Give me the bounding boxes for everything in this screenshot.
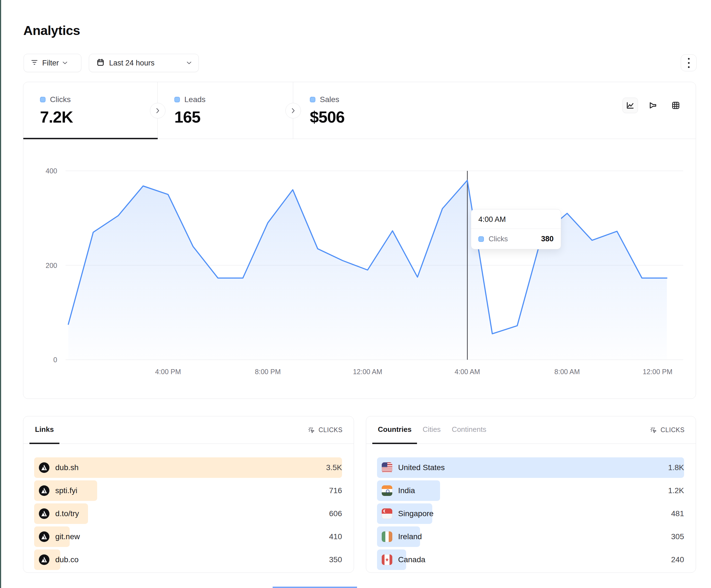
chevron-down-icon [187, 61, 191, 65]
us-flag-icon [382, 462, 392, 473]
countries-panel: Countries Cities Continents CLICKS Unite… [366, 416, 696, 573]
tab-clicks[interactable]: Clicks 7.2K [23, 82, 158, 139]
dub-logo-icon [39, 555, 49, 565]
cursor-click-icon [308, 426, 315, 434]
metric-label: CLICKS [319, 426, 343, 434]
page-title: Analytics [23, 23, 80, 38]
row-value: 481 [671, 509, 684, 518]
row-label: spti.fyi [55, 486, 77, 495]
row-label: d.to/try [55, 509, 79, 518]
list-item[interactable]: United States1.8K [377, 457, 684, 478]
links-panel-header: Links CLICKS [23, 416, 354, 444]
date-range-label: Last 24 hours [109, 59, 155, 67]
filter-icon [30, 59, 38, 67]
chevron-right-icon [156, 108, 159, 113]
x-tick-label: 8:00 AM [555, 368, 580, 376]
tab-label: Countries [378, 425, 411, 434]
list-item[interactable]: dub.sh3.5K [34, 457, 342, 478]
row-label: git.new [55, 532, 80, 541]
list-item[interactable]: Canada240 [377, 549, 684, 570]
links-metric-selector[interactable]: CLICKS [308, 416, 343, 444]
stat-value: 7.2K [40, 108, 157, 126]
line-chart-icon [626, 101, 635, 110]
links-panel: Links CLICKS dub.sh3.5Kspti.fyi716d.to/t… [23, 416, 354, 573]
tab-continents[interactable]: Continents [446, 416, 492, 444]
stat-label: Sales [320, 95, 339, 104]
metric-label: CLICKS [661, 426, 685, 434]
stats-tabs-row: Clicks 7.2K Leads 165 Sales $506 [23, 82, 696, 139]
row-label: India [398, 486, 415, 495]
countries-list: United States1.8KIndia1.2KSingapore481Ir… [366, 444, 696, 570]
row-value: 716 [329, 486, 342, 495]
list-item[interactable]: spti.fyi716 [34, 480, 342, 501]
tab-cities[interactable]: Cities [417, 416, 446, 444]
countries-metric-selector[interactable]: CLICKS [650, 416, 685, 444]
list-item[interactable]: Singapore481 [377, 503, 684, 524]
tab-links[interactable]: Links [29, 416, 59, 444]
row-value: 305 [671, 532, 684, 541]
date-range-button[interactable]: Last 24 hours [89, 54, 199, 72]
filter-button-label: Filter [42, 59, 59, 67]
chevron-right-icon [292, 108, 295, 113]
row-value: 606 [329, 509, 342, 518]
stat-value: 165 [174, 108, 293, 126]
row-value: 240 [671, 555, 684, 564]
row-label: United States [398, 463, 445, 472]
analytics-card: Clicks 7.2K Leads 165 Sales $506 [23, 82, 696, 399]
calendar-icon [96, 58, 105, 68]
tab-leads[interactable]: Leads 165 [158, 82, 293, 139]
expand-clicks-button[interactable] [150, 103, 166, 118]
grid-icon [671, 101, 680, 110]
x-tick-label: 12:00 AM [353, 368, 382, 376]
line-chart-view-button[interactable] [622, 98, 638, 113]
funnel-icon [649, 101, 658, 110]
ca-flag-icon [382, 555, 392, 565]
clicks-legend-square [40, 97, 45, 103]
kebab-dot [688, 66, 690, 68]
cursor-click-icon [650, 426, 657, 434]
clicks-chart[interactable]: 02004004:00 PM8:00 PM12:00 AM4:00 AM8:00… [23, 139, 695, 398]
sg-flag-icon [382, 508, 392, 519]
x-tick-label: 4:00 PM [155, 368, 181, 376]
leads-legend-square [174, 97, 180, 103]
links-list: dub.sh3.5Kspti.fyi716d.to/try606git.new4… [23, 444, 354, 570]
tooltip-series-label: Clicks [489, 235, 508, 243]
window-left-edge [0, 0, 1, 588]
list-item[interactable]: Ireland305 [377, 526, 684, 547]
clicks-legend-square [478, 236, 484, 242]
filter-button[interactable]: Filter [24, 54, 81, 72]
x-tick-label: 4:00 AM [454, 368, 480, 376]
chevron-down-icon [63, 61, 67, 65]
tab-countries[interactable]: Countries [372, 416, 417, 444]
active-tab-underline [23, 138, 158, 139]
sales-legend-square [310, 97, 316, 103]
countries-panel-header: Countries Cities Continents CLICKS [366, 416, 696, 444]
tab-label: Links [35, 425, 54, 434]
row-value: 410 [329, 532, 342, 541]
x-tick-label: 12:00 PM [643, 368, 672, 376]
list-item[interactable]: India1.2K [377, 480, 684, 501]
list-item[interactable]: d.to/try606 [34, 503, 342, 524]
stat-label: Clicks [50, 95, 71, 104]
more-options-button[interactable] [681, 54, 696, 71]
tab-label: Cities [423, 425, 440, 434]
funnel-view-button[interactable] [645, 98, 661, 113]
y-tick-label: 200 [45, 262, 57, 269]
row-label: Canada [398, 555, 425, 564]
tooltip-time: 4:00 AM [471, 209, 561, 229]
x-tick-label: 8:00 PM [255, 368, 281, 376]
list-item[interactable]: dub.co350 [34, 549, 342, 570]
row-label: Ireland [398, 532, 422, 541]
stat-label: Leads [184, 95, 206, 104]
row-label: dub.sh [55, 463, 79, 472]
row-value: 350 [329, 555, 342, 564]
row-value: 1.8K [668, 463, 684, 472]
list-item[interactable]: git.new410 [34, 526, 342, 547]
y-tick-label: 400 [45, 167, 57, 175]
expand-leads-button[interactable] [285, 103, 301, 118]
dub-logo-icon [39, 508, 49, 519]
table-view-button[interactable] [668, 98, 684, 113]
chart-tooltip: 4:00 AM Clicks 380 [471, 209, 561, 249]
y-tick-label: 0 [53, 356, 57, 364]
ie-flag-icon [382, 532, 392, 542]
